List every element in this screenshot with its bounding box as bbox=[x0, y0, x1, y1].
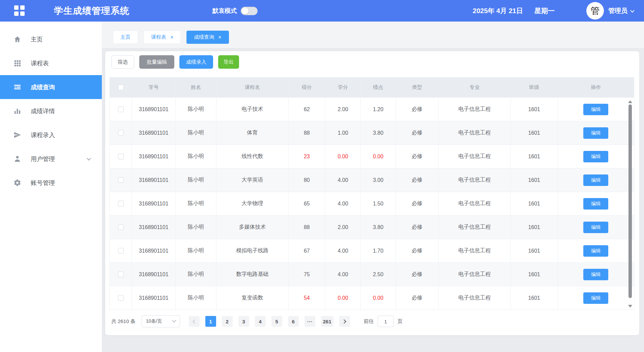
cell-major: 电子信息工程 bbox=[439, 145, 511, 168]
sidebar-item-course-entry[interactable]: 课程录入 bbox=[0, 123, 102, 147]
user-icon bbox=[13, 155, 21, 163]
mode-toggle-switch[interactable] bbox=[241, 7, 258, 15]
page-button[interactable]: 6 bbox=[288, 316, 299, 327]
export-button[interactable]: 导出 bbox=[218, 55, 239, 69]
cell-type: 必修 bbox=[396, 192, 439, 216]
table-body: 3168901101陈小明电子技术622.001.20必修电子信息工程1601编… bbox=[110, 98, 634, 310]
cell-major: 电子信息工程 bbox=[439, 121, 511, 145]
page-button[interactable]: 261 bbox=[321, 316, 333, 327]
scroll-down-icon[interactable] bbox=[628, 305, 632, 308]
sidebar-item-user-management[interactable]: 用户管理 bbox=[0, 147, 102, 171]
row-checkbox[interactable] bbox=[118, 106, 124, 112]
cell-course: 大学物理 bbox=[216, 192, 289, 216]
tab-grade-query[interactable]: 成绩查询 × bbox=[186, 31, 229, 44]
cell-course: 线性代数 bbox=[216, 145, 289, 168]
page-button[interactable]: 2 bbox=[222, 316, 233, 327]
edit-button[interactable]: 编辑 bbox=[583, 222, 608, 233]
chevron-down-icon[interactable] bbox=[87, 156, 91, 161]
cell-actions: 编辑 bbox=[558, 216, 634, 239]
row-checkbox[interactable] bbox=[118, 154, 124, 159]
cell-actions: 编辑 bbox=[558, 192, 634, 216]
user-name: 管理员 bbox=[608, 6, 627, 15]
edit-button[interactable]: 编辑 bbox=[583, 245, 608, 257]
table-scrollbar[interactable] bbox=[628, 99, 633, 309]
cell-student_id: 3168901101 bbox=[132, 239, 176, 263]
row-checkbox[interactable] bbox=[118, 177, 124, 183]
edit-button[interactable]: 编辑 bbox=[583, 292, 608, 304]
sidebar-item-label: 用户管理 bbox=[31, 155, 55, 163]
page-button[interactable]: 4 bbox=[255, 316, 266, 327]
edit-button[interactable]: 编辑 bbox=[583, 127, 608, 139]
scrollbar-thumb[interactable] bbox=[628, 104, 632, 298]
home-icon bbox=[13, 35, 21, 43]
sidebar-item-grade-query[interactable]: 成绩查询 bbox=[0, 75, 102, 99]
select-all-checkbox[interactable] bbox=[118, 85, 124, 90]
cell-student_id: 3168901101 bbox=[132, 216, 176, 239]
cell-credit: 2.00 bbox=[325, 98, 361, 121]
close-icon[interactable]: × bbox=[218, 35, 221, 40]
cell-select bbox=[110, 192, 132, 216]
cell-name: 陈小明 bbox=[176, 192, 216, 216]
cell-select bbox=[110, 239, 132, 263]
cell-score: 65 bbox=[289, 192, 325, 216]
cell-course: 数字电路基础 bbox=[216, 263, 289, 286]
edit-button[interactable]: 编辑 bbox=[583, 198, 608, 210]
cell-name: 陈小明 bbox=[176, 168, 216, 192]
sidebar-item-account-management[interactable]: 账号管理 bbox=[0, 171, 102, 195]
tab-home[interactable]: 主页 bbox=[113, 31, 138, 44]
cell-class_no: 1601 bbox=[511, 263, 558, 286]
cell-class_no: 1601 bbox=[511, 145, 558, 168]
next-page-button[interactable] bbox=[339, 316, 350, 327]
cell-student_id: 3168901101 bbox=[132, 286, 176, 310]
cell-student_id: 3168901101 bbox=[132, 192, 176, 216]
page-button[interactable]: 5 bbox=[271, 316, 282, 327]
tab-schedule[interactable]: 课程表 × bbox=[144, 31, 181, 44]
cell-credit: 0.00 bbox=[325, 145, 361, 168]
grade-entry-button[interactable]: 成绩录入 bbox=[179, 55, 213, 69]
page-ellipsis[interactable]: ··· bbox=[304, 316, 315, 327]
filter-button[interactable]: 筛选 bbox=[111, 55, 134, 69]
edit-button[interactable]: 编辑 bbox=[583, 151, 608, 162]
cell-name: 陈小明 bbox=[176, 121, 216, 145]
row-checkbox[interactable] bbox=[118, 224, 124, 230]
chevron-down-icon[interactable] bbox=[630, 8, 635, 12]
row-checkbox[interactable] bbox=[118, 201, 124, 206]
cell-name: 陈小明 bbox=[176, 263, 216, 286]
sidebar-item-home[interactable]: 主页 bbox=[0, 27, 102, 51]
cell-gpa: 1.50 bbox=[361, 192, 396, 216]
avatar[interactable]: 管 bbox=[586, 2, 604, 20]
scroll-up-icon[interactable] bbox=[628, 100, 632, 103]
cell-gpa: 1.70 bbox=[361, 239, 396, 263]
apps-menu-icon[interactable] bbox=[14, 5, 25, 16]
sidebar-item-schedule[interactable]: 课程表 bbox=[0, 51, 102, 75]
cell-select bbox=[110, 216, 132, 239]
sidebar: 主页 课程表 成绩查询 成绩详情 课程录入 用户管理 bbox=[0, 22, 102, 352]
row-checkbox[interactable] bbox=[118, 295, 124, 301]
close-icon[interactable]: × bbox=[170, 35, 173, 40]
edit-button[interactable]: 编辑 bbox=[583, 269, 608, 280]
edit-button[interactable]: 编辑 bbox=[583, 174, 608, 186]
header-cell: 课程名 bbox=[216, 77, 289, 98]
edit-button[interactable]: 编辑 bbox=[583, 104, 608, 115]
row-checkbox[interactable] bbox=[118, 271, 124, 277]
cell-actions: 编辑 bbox=[558, 239, 634, 263]
page-button[interactable]: 3 bbox=[238, 316, 249, 327]
cell-actions: 编辑 bbox=[558, 286, 634, 310]
goto-page-input[interactable] bbox=[378, 316, 394, 327]
cell-student_id: 3168901101 bbox=[132, 98, 176, 121]
page-button[interactable]: 1 bbox=[205, 316, 216, 327]
grid-icon bbox=[13, 59, 21, 67]
batch-edit-button[interactable]: 批量编辑 bbox=[139, 55, 174, 69]
header-cell: 班级 bbox=[511, 77, 558, 98]
table-row: 3168901101陈小明电子技术622.001.20必修电子信息工程1601编… bbox=[110, 98, 634, 121]
cell-credit: 4.00 bbox=[325, 192, 361, 216]
mode-toggle-group: 默哀模式 bbox=[212, 7, 258, 15]
cell-gpa: 3.00 bbox=[361, 168, 396, 192]
prev-page-button[interactable] bbox=[189, 316, 200, 327]
sidebar-item-grade-detail[interactable]: 成绩详情 bbox=[0, 99, 102, 123]
page-size-select[interactable]: 10条/页 bbox=[142, 315, 180, 327]
row-checkbox[interactable] bbox=[118, 248, 124, 254]
table-row: 3168901101陈小明线性代数230.000.00必修电子信息工程1601编… bbox=[110, 145, 634, 168]
header-cell: 绩点 bbox=[361, 77, 396, 98]
row-checkbox[interactable] bbox=[118, 130, 124, 136]
